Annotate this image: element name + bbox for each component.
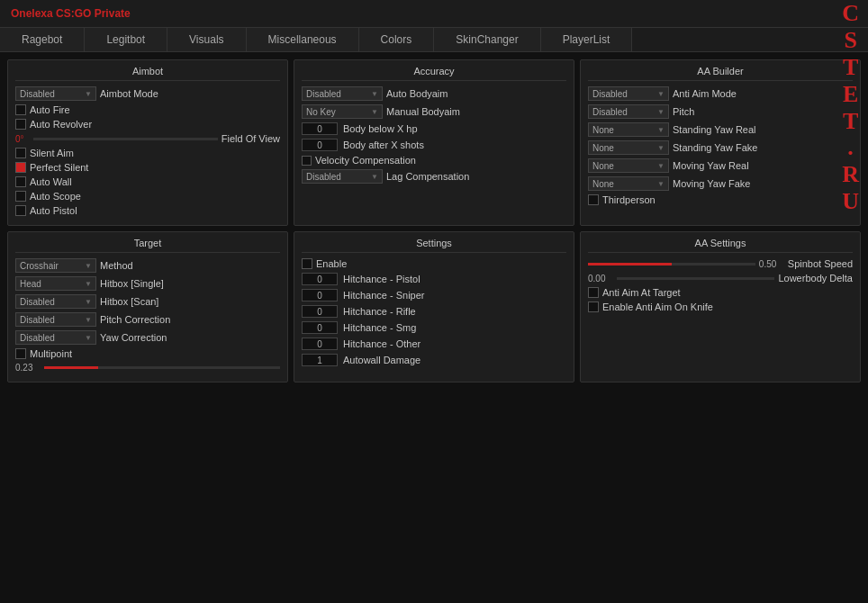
auto-pistol-checkbox[interactable] bbox=[15, 205, 26, 216]
moving-yaw-fake-label: Moving Yaw Fake bbox=[673, 178, 750, 189]
method-dropdown[interactable]: Crosshair ▼ bbox=[15, 258, 96, 273]
body-below-hp-row: Body below X hp bbox=[302, 122, 566, 135]
moving-yaw-real-dropdown[interactable]: None ▼ bbox=[588, 158, 669, 173]
spinbot-speed-container: 0.50 Spinbot Speed bbox=[588, 258, 853, 269]
fov-slider[interactable] bbox=[33, 138, 218, 140]
accuracy-panel-title: Accuracy bbox=[302, 66, 566, 81]
thirdperson-checkbox[interactable] bbox=[588, 194, 599, 205]
tab-visuals[interactable]: Visuals bbox=[167, 28, 246, 51]
tab-skinchanger[interactable]: SkinChanger bbox=[434, 28, 540, 51]
thirdperson-row: Thirdperson bbox=[588, 194, 853, 205]
anti-aim-mode-dropdown[interactable]: Disabled ▼ bbox=[588, 86, 669, 101]
nav-tabs: Ragebot Legitbot Visuals Miscellaneous C… bbox=[0, 28, 868, 52]
auto-fire-checkbox[interactable] bbox=[15, 104, 26, 115]
silent-aim-checkbox[interactable] bbox=[15, 148, 26, 158]
auto-pistol-row: Auto Pistol bbox=[15, 205, 280, 216]
hitchance-smg-row: Hitchance - Smg bbox=[302, 321, 566, 334]
body-below-hp-input[interactable] bbox=[302, 122, 338, 135]
dropdown-arrow-icon: ▼ bbox=[85, 334, 92, 342]
lowerbody-delta-value: 0.00 bbox=[588, 274, 613, 284]
auto-fire-label: Auto Fire bbox=[30, 104, 70, 115]
tab-colors[interactable]: Colors bbox=[359, 28, 435, 51]
hitbox-single-row: Head ▼ Hitbox [Single] bbox=[15, 276, 280, 291]
aa-builder-panel: AA Builder Disabled ▼ Anti Aim Mode Disa… bbox=[580, 59, 861, 226]
auto-scope-checkbox[interactable] bbox=[15, 191, 26, 202]
hitchance-sniper-input[interactable] bbox=[302, 289, 338, 302]
lag-compensation-label: Lag Compensation bbox=[386, 171, 469, 182]
tab-playerlist[interactable]: PlayerList bbox=[541, 28, 633, 51]
auto-fire-row: Auto Fire bbox=[15, 104, 280, 115]
hitchance-smg-input[interactable] bbox=[302, 321, 338, 334]
perfect-silent-checkbox[interactable] bbox=[15, 162, 26, 173]
hitchance-other-input[interactable] bbox=[302, 338, 338, 350]
pitch-correction-row: Disabled ▼ Pitch Correction bbox=[15, 312, 280, 327]
standing-yaw-fake-label: Standing Yaw Fake bbox=[673, 142, 757, 153]
aimbot-panel: Aimbot Disabled ▼ Aimbot Mode Auto Fire … bbox=[7, 59, 288, 226]
auto-pistol-label: Auto Pistol bbox=[30, 205, 77, 216]
dropdown-arrow-icon: ▼ bbox=[371, 173, 378, 181]
dropdown-arrow-icon: ▼ bbox=[85, 262, 92, 270]
yaw-correction-label: Yaw Correction bbox=[100, 332, 167, 343]
anti-aim-mode-label: Anti Aim Mode bbox=[673, 88, 737, 99]
aimbot-mode-dropdown[interactable]: Disabled ▼ bbox=[15, 86, 96, 101]
enable-label: Enable bbox=[316, 258, 347, 269]
autowall-damage-row: Autowall Damage bbox=[302, 354, 566, 366]
manual-bodyaim-label: Manual Bodyaim bbox=[386, 106, 460, 117]
spinbot-speed-fill bbox=[588, 263, 672, 266]
hitchance-rifle-input[interactable] bbox=[302, 305, 338, 318]
hitbox-single-dropdown[interactable]: Head ▼ bbox=[15, 276, 96, 291]
tab-miscellaneous[interactable]: Miscellaneous bbox=[247, 28, 359, 51]
pitch-correction-label: Pitch Correction bbox=[100, 314, 170, 325]
anti-aim-at-target-checkbox[interactable] bbox=[588, 287, 599, 298]
perfect-silent-row: Perfect Silent bbox=[15, 162, 280, 173]
spinbot-speed-slider[interactable] bbox=[588, 263, 755, 266]
dropdown-arrow-icon: ▼ bbox=[85, 316, 92, 324]
auto-bodyaim-dropdown[interactable]: Disabled ▼ bbox=[302, 86, 383, 101]
lowerbody-delta-slider[interactable] bbox=[617, 277, 774, 280]
auto-wall-checkbox[interactable] bbox=[15, 176, 26, 187]
hitbox-scan-row: Disabled ▼ Hitbox [Scan] bbox=[15, 294, 280, 309]
auto-revolver-checkbox[interactable] bbox=[15, 119, 26, 130]
hitchance-pistol-input[interactable] bbox=[302, 273, 338, 285]
moving-yaw-fake-row: None ▼ Moving Yaw Fake bbox=[588, 176, 853, 191]
target-slider-track[interactable] bbox=[44, 366, 280, 369]
lag-compensation-row: Disabled ▼ Lag Compensation bbox=[302, 169, 566, 184]
tab-legitbot[interactable]: Legitbot bbox=[85, 28, 167, 51]
standing-yaw-fake-dropdown[interactable]: None ▼ bbox=[588, 140, 669, 155]
auto-wall-label: Auto Wall bbox=[30, 176, 72, 187]
enable-row: Enable bbox=[302, 258, 566, 269]
manual-bodyaim-dropdown[interactable]: No Key ▼ bbox=[302, 104, 383, 119]
hitchance-sniper-row: Hitchance - Sniper bbox=[302, 289, 566, 302]
side-decoration: C S T E T . R U bbox=[842, 0, 859, 215]
target-slider-fill bbox=[44, 366, 98, 369]
body-after-shots-input[interactable] bbox=[302, 139, 338, 151]
pitch-label: Pitch bbox=[673, 106, 694, 117]
yaw-correction-row: Disabled ▼ Yaw Correction bbox=[15, 330, 280, 345]
tab-ragebot[interactable]: Ragebot bbox=[0, 28, 85, 51]
standing-yaw-fake-row: None ▼ Standing Yaw Fake bbox=[588, 140, 853, 155]
pitch-correction-dropdown[interactable]: Disabled ▼ bbox=[15, 312, 96, 327]
dropdown-arrow-icon: ▼ bbox=[657, 162, 665, 170]
enable-checkbox[interactable] bbox=[302, 258, 312, 269]
dropdown-arrow-icon: ▼ bbox=[85, 280, 92, 288]
multipoint-checkbox[interactable] bbox=[15, 348, 26, 359]
enable-anti-aim-knife-checkbox[interactable] bbox=[588, 302, 599, 312]
settings-panel-title: Settings bbox=[302, 238, 566, 253]
velocity-compensation-checkbox[interactable] bbox=[302, 156, 312, 166]
anti-aim-at-target-row: Anti Aim At Target bbox=[588, 287, 853, 298]
dropdown-arrow-icon: ▼ bbox=[657, 108, 665, 116]
dropdown-arrow-icon: ▼ bbox=[657, 144, 665, 152]
aa-settings-panel-title: AA Settings bbox=[588, 238, 853, 253]
target-slider-container: 0.23 bbox=[15, 363, 280, 373]
body-below-hp-label: Body below X hp bbox=[343, 123, 418, 134]
lag-compensation-dropdown[interactable]: Disabled ▼ bbox=[302, 169, 383, 184]
hitbox-scan-label: Hitbox [Scan] bbox=[100, 296, 158, 307]
moving-yaw-fake-dropdown[interactable]: None ▼ bbox=[588, 176, 669, 191]
standing-yaw-real-dropdown[interactable]: None ▼ bbox=[588, 122, 669, 137]
yaw-correction-dropdown[interactable]: Disabled ▼ bbox=[15, 330, 96, 345]
pitch-dropdown[interactable]: Disabled ▼ bbox=[588, 104, 669, 119]
fov-row: 0° Field Of View bbox=[15, 133, 280, 144]
hitbox-scan-dropdown[interactable]: Disabled ▼ bbox=[15, 294, 96, 309]
hitchance-other-row: Hitchance - Other bbox=[302, 338, 566, 350]
autowall-damage-input[interactable] bbox=[302, 354, 338, 366]
